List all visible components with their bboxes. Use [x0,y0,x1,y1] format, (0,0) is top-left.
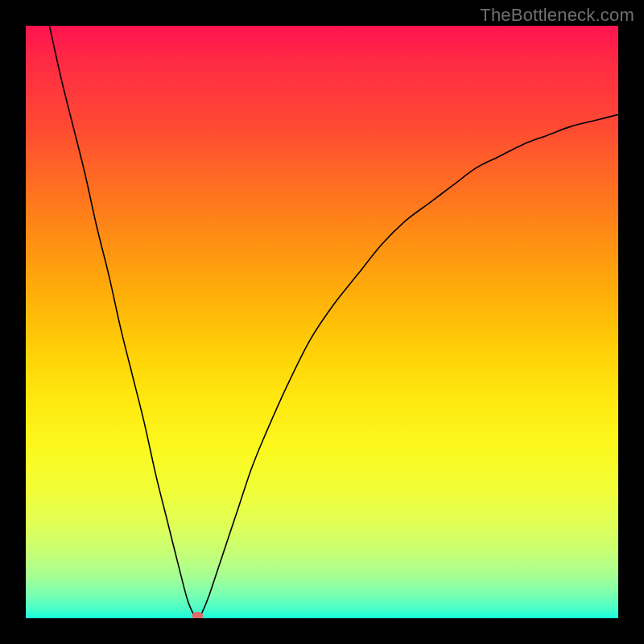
plot-area [26,26,618,618]
curve-layer [26,26,618,618]
chart-container: TheBottleneck.com [0,0,644,644]
watermark-text: TheBottleneck.com [480,5,634,26]
bottleneck-curve [49,26,618,618]
